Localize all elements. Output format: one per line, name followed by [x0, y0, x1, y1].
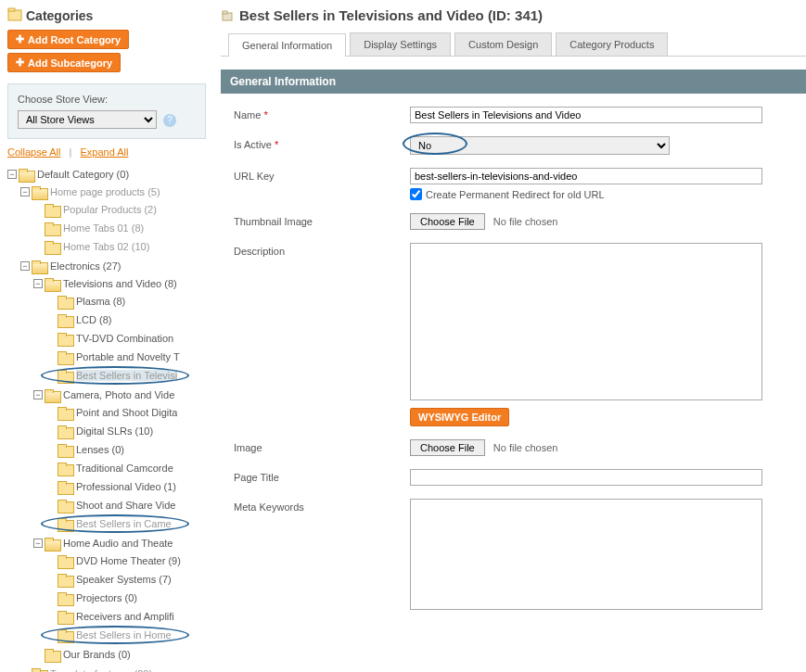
tree-item-dvd-home[interactable]: DVD Home Theater (9) — [46, 552, 206, 569]
tab-custom[interactable]: Custom Design — [454, 32, 552, 56]
folder-icon — [58, 500, 72, 512]
tree-item-camera-photo[interactable]: −Camera, Photo and Vide — [33, 387, 206, 403]
page-title-input[interactable] — [410, 469, 762, 486]
is-active-select[interactable]: No — [410, 136, 670, 155]
thumbnail-choose-file-button[interactable]: Choose File — [410, 213, 485, 230]
description-textarea[interactable] — [410, 243, 762, 400]
store-view-label: Choose Store View: — [18, 94, 196, 105]
plus-icon: ✚ — [16, 57, 24, 69]
meta-keywords-textarea[interactable] — [410, 499, 762, 610]
tree-item-home-tabs-01[interactable]: Home Tabs 01 (8) — [33, 220, 206, 236]
tree-item-home-tabs-02[interactable]: Home Tabs 02 (10) — [33, 238, 206, 255]
folder-icon — [45, 278, 59, 290]
tree-item-professional[interactable]: Professional Video (1) — [46, 478, 206, 495]
name-label: Name * — [234, 107, 410, 123]
categories-icon — [7, 7, 22, 24]
page-title: Best Sellers in Televisions and Video (I… — [239, 7, 543, 23]
folder-icon — [32, 186, 46, 198]
tree-item-projectors[interactable]: Projectors (0) — [46, 590, 206, 606]
tree-item-our-brands[interactable]: Our Brands (0) — [33, 646, 206, 663]
tab-products[interactable]: Category Products — [556, 32, 668, 56]
collapse-icon[interactable]: − — [33, 279, 43, 288]
image-choose-file-button[interactable]: Choose File — [410, 439, 485, 456]
folder-icon — [32, 668, 46, 673]
collapse-icon[interactable]: − — [33, 390, 43, 399]
tab-general[interactable]: General Information — [228, 33, 346, 57]
wysiwyg-editor-button[interactable]: WYSIWYG Editor — [410, 408, 509, 426]
folder-icon — [58, 481, 72, 493]
tree-item-portable[interactable]: Portable and Novelty T — [46, 349, 206, 365]
folder-icon — [58, 518, 72, 530]
section-header: General Information — [221, 70, 806, 94]
help-icon[interactable]: ? — [163, 114, 176, 127]
add-root-category-button[interactable]: ✚Add Root Category — [7, 30, 129, 49]
tree-item-shoot-share[interactable]: Shoot and Share Vide — [46, 497, 206, 514]
tree-item-template-features[interactable]: Template features (20) — [20, 666, 206, 672]
tree-item-point-shoot[interactable]: Point and Shoot Digita — [46, 404, 206, 421]
tree-item-best-sellers-tv[interactable]: Best Sellers in Televisi — [46, 367, 206, 384]
main-header: Best Sellers in Televisions and Video (I… — [221, 7, 806, 23]
folder-icon — [58, 370, 72, 382]
svg-rect-1 — [8, 8, 15, 11]
folder-icon — [58, 592, 72, 604]
redirect-label: Create Permanent Redirect for old URL — [426, 189, 605, 200]
tree-item-home-audio[interactable]: −Home Audio and Theate — [33, 535, 206, 552]
svg-rect-3 — [223, 11, 227, 14]
is-active-label: Is Active * — [234, 136, 410, 155]
folder-icon — [58, 444, 72, 456]
tree-item-electronics[interactable]: −Electronics (27) — [20, 258, 206, 274]
tree-controls: Collapse All | Expand All — [7, 146, 206, 158]
collapse-icon[interactable]: − — [20, 261, 30, 271]
thumbnail-file-status: No file chosen — [493, 216, 558, 227]
folder-icon — [58, 574, 72, 586]
redirect-checkbox[interactable] — [410, 188, 422, 200]
folder-icon — [58, 296, 72, 308]
folder-icon — [58, 425, 72, 437]
folder-icon — [58, 629, 72, 641]
folder-icon — [45, 241, 59, 253]
expand-all-link[interactable]: Expand All — [80, 146, 128, 158]
folder-icon — [58, 351, 72, 363]
image-label: Image — [234, 439, 410, 456]
tree-item-lenses[interactable]: Lenses (0) — [46, 441, 206, 458]
store-view-chooser: Choose Store View: All Store Views ? — [7, 83, 206, 139]
folder-icon — [45, 538, 59, 550]
tree-item-popular-products[interactable]: Popular Products (2) — [33, 201, 206, 218]
folder-icon — [32, 260, 46, 273]
folder-icon — [58, 314, 72, 326]
tree-item-best-sellers-home[interactable]: Best Sellers in Home — [46, 627, 206, 643]
meta-keywords-label: Meta Keywords — [234, 499, 410, 612]
url-key-label: URL Key — [234, 168, 410, 200]
svg-rect-0 — [8, 10, 21, 20]
url-key-input[interactable] — [410, 168, 762, 184]
collapse-icon[interactable]: − — [20, 187, 30, 197]
add-subcategory-button[interactable]: ✚Add Subcategory — [7, 53, 121, 72]
tree-item-tv-dvd[interactable]: TV-DVD Combination — [46, 330, 206, 347]
collapse-icon[interactable]: − — [33, 539, 43, 548]
tabs: General Information Display Settings Cus… — [221, 32, 806, 57]
tree-item-home-page-products[interactable]: −Home page products (5) — [20, 184, 206, 200]
tree-item-lcd[interactable]: LCD (8) — [46, 311, 206, 328]
tree-item-digital-slrs[interactable]: Digital SLRs (10) — [46, 423, 206, 439]
tree-item-traditional[interactable]: Traditional Camcorde — [46, 460, 206, 476]
page-title-label: Page Title — [234, 469, 410, 486]
tree-item-speaker[interactable]: Speaker Systems (7) — [46, 571, 206, 588]
tree-item-televisions-video[interactable]: −Televisions and Video (8) — [33, 275, 206, 292]
name-input[interactable] — [410, 107, 762, 123]
tree-item-default-category[interactable]: −Default Category (0) — [7, 166, 206, 183]
collapse-icon[interactable]: − — [7, 170, 17, 179]
general-form: Name * Is Active * No URL Key — [221, 94, 806, 612]
plus-icon: ✚ — [16, 33, 24, 45]
folder-icon — [45, 389, 59, 401]
image-file-status: No file chosen — [493, 442, 558, 453]
folder-icon — [58, 555, 72, 567]
tree-item-receivers[interactable]: Receivers and Amplifi — [46, 608, 206, 625]
tab-display[interactable]: Display Settings — [350, 32, 451, 56]
categories-header: Categories — [7, 7, 206, 24]
store-view-select[interactable]: All Store Views — [18, 110, 157, 129]
tree-item-best-sellers-cam[interactable]: Best Sellers in Came — [46, 515, 206, 532]
collapse-all-link[interactable]: Collapse All — [7, 146, 60, 158]
main-panel: Best Sellers in Televisions and Video (I… — [213, 0, 806, 672]
folder-icon — [45, 649, 59, 661]
tree-item-plasma[interactable]: Plasma (8) — [46, 293, 206, 310]
